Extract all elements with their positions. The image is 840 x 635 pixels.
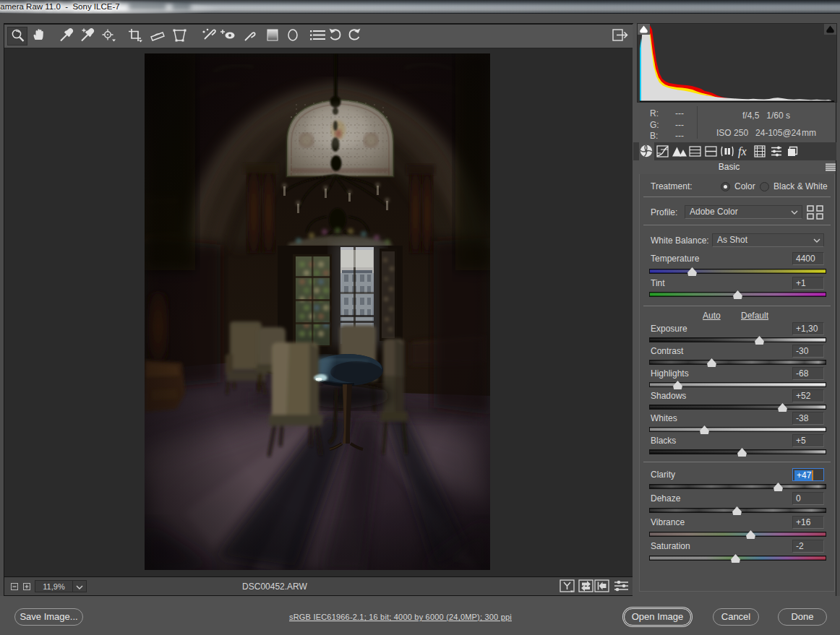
svg-text:fx: fx xyxy=(738,145,747,158)
